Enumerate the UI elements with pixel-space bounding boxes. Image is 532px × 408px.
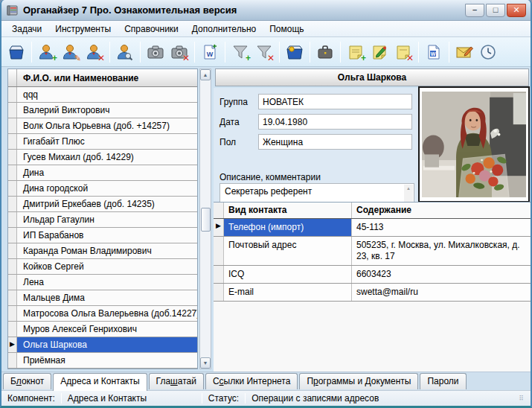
table-row[interactable]: ▶ Почтовый адрес 505235, г. Москва, ул. …: [214, 237, 531, 266]
toolbar-separator: [31, 42, 32, 63]
row-gutter: ▶: [8, 337, 17, 352]
statusbar-separator: [61, 393, 62, 404]
list-item[interactable]: ▶ Гусев Михаил (доб. 14229): [8, 150, 197, 165]
list-item[interactable]: ▶ Мальцев Дима: [8, 290, 197, 306]
list-item[interactable]: ▶ Матросова Ольга Валерьевна (доб.14227): [8, 306, 197, 322]
contact-type-cell: Телефон (импорт): [224, 219, 352, 236]
list-item[interactable]: ▶ Дина: [8, 165, 197, 181]
maximize-button[interactable]: □: [486, 4, 505, 17]
delete-photo-button[interactable]: ✕: [167, 39, 191, 65]
list-item[interactable]: ▶ Дина городской: [8, 181, 197, 197]
table-row[interactable]: ▶ Телефон (импорт) 45-113: [214, 219, 531, 237]
contacts-scrollbar[interactable]: ▲ ▼: [199, 68, 211, 369]
add-contact-button[interactable]: +: [35, 39, 59, 65]
toolbar-separator: [109, 42, 110, 63]
toolbar-separator: [449, 42, 449, 63]
edit-contact-button[interactable]: ✎: [59, 39, 83, 65]
menu-item[interactable]: Задачи: [6, 22, 48, 36]
delete-contact-button[interactable]: ✕: [83, 39, 106, 65]
row-gutter: ▶: [8, 103, 17, 118]
component-value: Адреса и Контакты: [68, 393, 172, 404]
import-word-button[interactable]: W: [198, 39, 222, 65]
field-value-input[interactable]: 19.04.1980: [258, 114, 412, 130]
statusbar-separator: [245, 393, 246, 404]
table-gutter-header: [214, 203, 224, 218]
status-label: Статус:: [208, 393, 239, 404]
component-tab[interactable]: Глашатай: [149, 373, 204, 389]
photo-button[interactable]: [144, 39, 167, 65]
component-tab[interactable]: Ссылки Интернета: [205, 373, 298, 389]
svg-text:W: W: [431, 51, 436, 56]
field-row: Пол Женщина: [219, 134, 412, 150]
toolbar-separator: [418, 42, 419, 63]
field-label: Группа: [219, 97, 258, 107]
close-button[interactable]: ✕: [507, 4, 526, 17]
list-item[interactable]: ▶ Муров Алексей Генрихович: [8, 322, 197, 337]
component-tab[interactable]: Пароли: [420, 373, 466, 389]
field-value-input[interactable]: Женщина: [258, 134, 412, 150]
column-header-value[interactable]: Содержание: [352, 203, 531, 218]
tab-hotkey: л: [16, 376, 22, 386]
contact-value-cell: 45-113: [352, 219, 531, 236]
list-item[interactable]: ▶ Приёмная: [8, 353, 197, 369]
edit-note-button[interactable]: [368, 39, 391, 65]
menu-item[interactable]: Дополнительно: [186, 22, 262, 36]
component-tabs: Блокнот Адреса и Контакты Глашатай Ссылк…: [1, 372, 531, 390]
storage-box-button[interactable]: [4, 39, 28, 65]
scrollbar-thumb[interactable]: [201, 208, 211, 232]
row-gutter: ▶: [8, 353, 17, 368]
table-row[interactable]: ▶ ICQ 6603423: [214, 266, 531, 284]
field-value-input[interactable]: НОВАТЕК: [258, 94, 412, 109]
contacts-list-header[interactable]: Ф.И.О. или Наименование: [8, 69, 197, 87]
list-item[interactable]: ▶ Дмитрий Еркебаев (доб. 14235): [8, 197, 197, 212]
resize-grip[interactable]: ⠿: [519, 395, 525, 402]
scroll-up-button[interactable]: ▲: [200, 69, 211, 80]
search-contact-button[interactable]: [113, 39, 137, 65]
contact-types-table: Вид контакта Содержание ▶ Телефон (импор…: [214, 202, 531, 372]
cross-badge-icon: ✕: [267, 54, 275, 63]
table-row[interactable]: ▶ E-mail swetta@mail/ru: [214, 284, 531, 302]
component-tab[interactable]: Блокнот: [3, 373, 51, 389]
add-note-button[interactable]: +: [344, 39, 368, 65]
component-tab[interactable]: Адреса и Контакты: [53, 373, 147, 391]
list-item[interactable]: ▶ Ильдар Гатаулин: [8, 212, 197, 228]
scroll-down-button[interactable]: ▼: [200, 357, 211, 369]
storage-box-icon: [7, 43, 25, 61]
menu-item[interactable]: Помощь: [263, 22, 310, 36]
detail-title: Ольга Шаркова: [338, 72, 406, 83]
minimize-button[interactable]: –: [465, 4, 484, 17]
field-row: Группа НОВАТЕК: [219, 94, 412, 109]
list-item-label: Приёмная: [17, 353, 197, 368]
maximize-icon: □: [493, 6, 499, 14]
word-document-button[interactable]: W: [422, 39, 446, 65]
list-item[interactable]: ▶ qqq: [8, 87, 197, 103]
list-item-label: Волк Ольга Юрьевна (доб. +14257): [17, 118, 197, 133]
row-gutter: ▶: [8, 322, 17, 337]
history-clock-button[interactable]: [476, 39, 500, 65]
list-item-label: Матросова Ольга Валерьевна (доб.14227): [17, 306, 197, 321]
add-filter-button[interactable]: +: [228, 39, 252, 65]
briefcase-button[interactable]: [313, 39, 337, 65]
list-item[interactable]: ▶ ИП Барабанов: [8, 228, 197, 243]
send-mail-button[interactable]: [452, 39, 476, 65]
menu-item[interactable]: Инструменты: [49, 22, 117, 36]
list-item[interactable]: ▶ Гигабайт Плюс: [8, 134, 197, 150]
delete-note-button[interactable]: ✕: [391, 39, 415, 65]
list-item[interactable]: ▶ Волк Ольга Юрьевна (доб. +14257): [8, 118, 197, 134]
remove-filter-button[interactable]: ✕: [252, 39, 276, 65]
status-value: Операции с записями адресов: [251, 393, 379, 404]
list-item[interactable]: ▶ Ольга Шаркова: [8, 337, 197, 353]
menu-item[interactable]: Справочники: [118, 22, 185, 36]
list-item[interactable]: ▶ Лена: [8, 275, 197, 290]
list-item[interactable]: ▶ Валерий Викторович: [8, 103, 197, 118]
list-item-label: Ильдар Гатаулин: [17, 212, 197, 227]
tab-label: С: [213, 376, 219, 386]
row-gutter: ▶: [8, 306, 17, 321]
folder-settings-button[interactable]: [283, 39, 307, 65]
row-gutter: ▶: [8, 165, 17, 180]
window-title: Органайзер 7 Про. Ознакомительная версия: [23, 4, 237, 16]
list-item[interactable]: ▶ Каранда Роман Владимирович: [8, 243, 197, 259]
column-header-type[interactable]: Вид контакта: [224, 203, 352, 218]
component-tab[interactable]: Программы и Документы: [299, 373, 418, 389]
list-item[interactable]: ▶ Койков Сергей: [8, 259, 197, 275]
